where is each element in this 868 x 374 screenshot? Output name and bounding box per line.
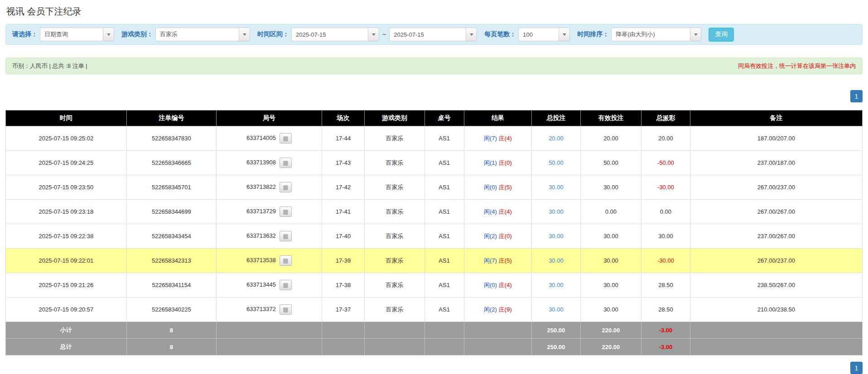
table-row: 2025-07-15 09:23:50 522658345701 6337138…	[6, 175, 863, 200]
payout-value: 28.50	[658, 282, 673, 288]
cell-result: 闲(0)庄(4)	[464, 273, 531, 297]
total-valid-bet: 220.00	[580, 339, 641, 355]
total-bet-link[interactable]: 30.00	[549, 257, 564, 264]
cell-table-no: AS1	[424, 224, 464, 249]
round-detail-button[interactable]: ▦	[280, 182, 292, 192]
cell-total-bet: 20.00	[532, 126, 581, 151]
cell-note: 267.00/267.00	[690, 200, 862, 224]
video-grid-icon: ▦	[283, 257, 288, 264]
subtotal-row: 小计 8 250.00 220.00 -3.00	[6, 322, 863, 339]
date-mode-combobox	[40, 28, 114, 41]
cell-table-no: AS1	[424, 297, 464, 322]
currency-summary-text: 币别：人民币 | 总共 :8 注单 |	[12, 62, 87, 70]
subtotal-empty-cell	[365, 322, 424, 339]
total-bet-link[interactable]: 30.00	[549, 208, 564, 215]
table-row: 2025-07-15 09:21:26 522658341154 6337134…	[6, 273, 863, 297]
table-summary: 小计 8 250.00 220.00 -3.00 总计 8 2	[6, 322, 863, 355]
round-number: 633713445	[246, 281, 276, 288]
total-bet-link[interactable]: 30.00	[549, 306, 564, 313]
sort-order-dropdown-button[interactable]	[690, 28, 701, 41]
game-type-dropdown-button[interactable]	[239, 28, 250, 41]
query-button[interactable]: 查询	[709, 28, 734, 42]
round-number: 633714005	[246, 134, 276, 141]
header-bet-id: 注单编号	[126, 110, 217, 126]
total-bet-link[interactable]: 30.00	[549, 282, 564, 288]
page-size-input[interactable]	[518, 28, 559, 41]
page-size-label: 每页笔数：	[484, 30, 516, 38]
cell-session: 17-38	[322, 273, 365, 297]
cell-round-no: 633713632▦	[217, 224, 322, 249]
cell-total-bet: 30.00	[532, 249, 581, 273]
table-row: 2025-07-15 09:22:01 522658342313 6337135…	[6, 249, 863, 273]
page-1-button[interactable]: 1	[850, 90, 863, 102]
cell-session: 17-39	[322, 249, 365, 273]
round-detail-button[interactable]: ▦	[280, 280, 292, 290]
total-bet-link[interactable]: 20.00	[549, 135, 564, 142]
cell-total-bet: 30.00	[532, 224, 581, 249]
pagination-top: 1	[5, 90, 863, 102]
cell-round-no: 633713445▦	[217, 273, 322, 297]
cell-round-no: 633713538▦	[217, 249, 322, 273]
date-mode-dropdown-button[interactable]	[103, 28, 114, 41]
date-from-input[interactable]	[291, 28, 368, 41]
cell-total-bet: 30.00	[532, 200, 581, 224]
round-detail-button[interactable]: ▦	[280, 231, 292, 241]
table-row: 2025-07-15 09:24:25 522658346665 6337139…	[6, 151, 863, 175]
date-mode-input[interactable]	[40, 28, 103, 41]
cell-bet-id: 522658344699	[126, 200, 217, 224]
cell-payout: 28.50	[641, 273, 690, 297]
subtotal-label: 小计	[6, 322, 127, 339]
total-payout: -3.00	[641, 339, 690, 355]
result-player: 闲(4)	[484, 208, 497, 215]
round-detail-button[interactable]: ▦	[280, 206, 292, 217]
total-count: 8	[126, 339, 217, 355]
date-to-dropdown-button[interactable]	[466, 28, 477, 41]
round-number: 633713372	[246, 306, 276, 312]
header-note: 备注	[690, 110, 862, 126]
cell-table-no: AS1	[424, 273, 464, 297]
round-detail-button[interactable]: ▦	[280, 158, 292, 168]
cell-total-bet: 30.00	[532, 273, 581, 297]
cell-table-no: AS1	[424, 200, 464, 224]
chevron-down-icon	[470, 34, 473, 36]
payout-value: -50.00	[657, 159, 674, 166]
total-bet-link[interactable]: 30.00	[549, 184, 564, 191]
cell-game-type: 百家乐	[365, 297, 424, 322]
date-from-dropdown-button[interactable]	[368, 28, 379, 41]
info-bar: 币别：人民币 | 总共 :8 注单 | 同局有效投注，统一计算在该局第一张注单内	[5, 58, 863, 74]
time-range-label: 时间区间：	[257, 30, 289, 38]
sort-order-input[interactable]	[611, 28, 690, 41]
header-round-no: 局号	[217, 110, 322, 126]
cell-time: 2025-07-15 09:22:38	[6, 224, 127, 249]
table-row: 2025-07-15 09:25:02 522658347830 6337140…	[6, 126, 863, 151]
total-bet-link[interactable]: 50.00	[549, 159, 564, 166]
page-1-button[interactable]: 1	[850, 362, 863, 374]
cell-result: 闲(7)庄(5)	[464, 249, 531, 273]
page-size-dropdown-button[interactable]	[559, 28, 570, 41]
header-time: 时间	[6, 110, 127, 126]
total-bet-link[interactable]: 30.00	[549, 233, 564, 240]
round-detail-button[interactable]: ▦	[280, 304, 292, 315]
payout-value: -30.00	[657, 184, 674, 191]
result-banker: 庄(4)	[499, 135, 512, 142]
round-detail-button[interactable]: ▦	[280, 133, 292, 144]
round-detail-button[interactable]: ▦	[280, 255, 292, 266]
cell-game-type: 百家乐	[365, 249, 424, 273]
cell-round-no: 633714005▦	[217, 126, 322, 151]
cell-payout: -30.00	[641, 175, 690, 200]
cell-bet-id: 522658340225	[126, 297, 217, 322]
result-player: 闲(7)	[484, 257, 497, 264]
table-body: 2025-07-15 09:25:02 522658347830 6337140…	[6, 126, 863, 322]
total-label: 总计	[6, 339, 127, 355]
total-total-bet: 250.00	[532, 339, 581, 355]
date-to-input[interactable]	[389, 28, 466, 41]
cell-payout: 0.00	[641, 200, 690, 224]
total-empty-cell	[217, 339, 322, 355]
game-type-input[interactable]	[155, 28, 239, 41]
cell-table-no: AS1	[424, 126, 464, 151]
round-number: 633713729	[246, 208, 276, 215]
total-empty-cell	[365, 339, 424, 355]
cell-valid-bet: 30.00	[580, 297, 641, 322]
subtotal-payout: -3.00	[641, 322, 690, 339]
video-grid-icon: ▦	[283, 233, 288, 240]
